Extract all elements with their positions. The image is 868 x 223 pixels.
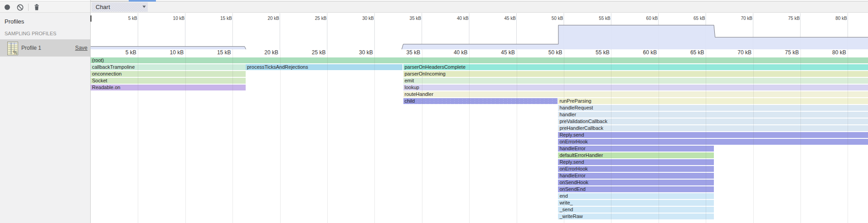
svg-text:%: % (13, 50, 17, 55)
